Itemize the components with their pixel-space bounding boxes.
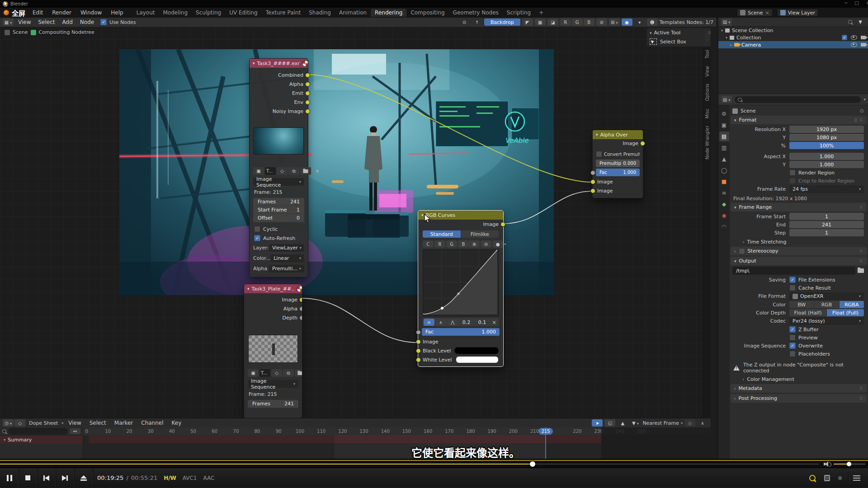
properties-options-chevron[interactable]: ▾ [863, 97, 866, 102]
tab-tool[interactable]: ⚙ [719, 109, 729, 119]
sidebar-tab[interactable]: Node Wrangler [704, 123, 710, 162]
workspace-tab[interactable]: Scripting [503, 9, 535, 17]
duplicate-icon[interactable]: ⧉ [288, 167, 299, 175]
node-image-task3-exr[interactable]: Task3_####.exr Combined Alpha Emit [249, 58, 308, 277]
resolution-x-field[interactable]: 1920 px [789, 126, 864, 133]
tab-output[interactable]: ▤ [719, 131, 729, 141]
panel-post-processing[interactable]: Post Processing⠿ [731, 394, 867, 403]
output-socket[interactable] [305, 82, 310, 87]
expand-range-icon[interactable]: ↔ [70, 428, 80, 434]
overwrite-checkbox[interactable] [789, 343, 796, 349]
point-x-field[interactable]: 0.2 [459, 319, 474, 325]
image-browse-icon[interactable]: ▣ [248, 369, 259, 377]
output-socket[interactable] [299, 315, 302, 320]
window-maximize-button[interactable]: □ [854, 0, 859, 5]
panel-color-management[interactable]: Color Management [742, 376, 867, 382]
channel-button[interactable]: B [458, 240, 469, 248]
disable-render-icon[interactable] [861, 36, 866, 39]
topbar-menu-item[interactable]: Edit [28, 9, 47, 16]
output-socket[interactable] [500, 222, 505, 227]
warning-filter-icon[interactable]: ▲ [617, 419, 628, 427]
fac-input-socket[interactable] [590, 170, 595, 175]
value-field[interactable]: Frames241 [253, 198, 304, 206]
eject-button[interactable] [74, 468, 93, 488]
previous-button[interactable] [37, 468, 56, 488]
resolution-percent-slider[interactable]: 100% [789, 142, 864, 149]
compositor-menu-item[interactable]: Select [34, 19, 58, 25]
backdrop-alpha-icon[interactable]: ◪ [547, 19, 558, 26]
stop-button[interactable] [19, 468, 38, 488]
channel-search-input[interactable] [8, 428, 68, 435]
menu-hamburger-icon[interactable] [852, 473, 862, 483]
node-image-task3-plate[interactable]: Task3_Plate_##.. Image Alpha Depth [244, 284, 302, 418]
fac-input-socket[interactable] [416, 330, 421, 335]
workspace-tab[interactable]: Rendering [371, 9, 406, 17]
node-dropdown[interactable]: Linear [270, 254, 304, 262]
handle-auto-icon[interactable]: ∩ [424, 319, 434, 326]
tab-physics[interactable]: ◉ [719, 211, 729, 221]
open-folder-icon[interactable] [295, 369, 302, 377]
tab-world[interactable]: ◯ [719, 165, 729, 175]
output-socket[interactable] [305, 91, 310, 96]
frame-rate-dropdown[interactable]: 24 fps [789, 185, 864, 193]
templates-menu[interactable]: Templates [660, 19, 685, 25]
topbar-menu-item[interactable]: Window [76, 9, 106, 16]
tool-dropdown-icon[interactable]: ▾ [634, 19, 645, 26]
panel-output[interactable]: Output⠿ [731, 257, 867, 265]
snap-mode-dropdown[interactable]: Nearest Frame [642, 420, 679, 426]
topbar-menu-item[interactable]: Render [47, 9, 76, 16]
placeholders-checkbox[interactable] [789, 351, 796, 357]
cyclic-checkbox[interactable] [254, 226, 260, 232]
compositor-menu-item[interactable]: Add [59, 19, 76, 25]
unlink-icon[interactable]: × [312, 167, 323, 175]
fake-user-shield-icon[interactable]: ◇ [277, 167, 288, 175]
volume-slider-knob[interactable] [847, 462, 851, 466]
interp-icon[interactable]: ∧ [697, 419, 708, 427]
dope-sheet-menu-item[interactable]: View [64, 420, 85, 426]
dope-sheet-mode-icon[interactable]: ◇ [14, 419, 25, 427]
zoom-in-icon[interactable]: ⊕ [469, 240, 480, 248]
sidebar-tab[interactable]: View [704, 64, 710, 79]
hide-eye-icon[interactable] [851, 42, 857, 47]
collection-checkbox[interactable] [842, 35, 847, 40]
disable-render-icon[interactable] [861, 43, 866, 47]
zoom-out-icon[interactable]: ⊖ [481, 240, 491, 248]
image-input-socket[interactable] [590, 179, 595, 184]
cache-result-checkbox[interactable] [789, 285, 796, 291]
white-level-socket[interactable] [416, 357, 421, 362]
view-layer-selector[interactable]: View Layer [777, 9, 818, 17]
workspace-tab[interactable]: + [535, 9, 547, 17]
render-region-checkbox[interactable] [789, 169, 796, 176]
resolution-y-field[interactable]: 1080 px [789, 134, 864, 141]
stereoscopy-checkbox[interactable] [739, 248, 745, 254]
channel-button[interactable]: R [560, 19, 571, 26]
outliner-row-scene-collection[interactable]: ▾ Scene Collection [718, 27, 868, 34]
codec-dropdown[interactable]: Pxr24 (lossy) [789, 317, 864, 325]
select-cursor-icon[interactable]: ➤ [592, 419, 603, 427]
aspect-y-field[interactable]: 1.000 [789, 161, 864, 168]
filter-funnel-icon[interactable]: ▼ [630, 419, 641, 427]
editor-type-icon[interactable]: ◷ [3, 419, 14, 427]
sidebar-tab[interactable]: Misc [704, 106, 710, 121]
frame-start-field[interactable]: 1 [789, 213, 864, 220]
black-level-swatch[interactable] [454, 347, 499, 354]
outliner-row-camera[interactable]: ▸ Camera [718, 41, 868, 48]
tab-render[interactable]: ▣ [719, 120, 729, 130]
window-close-button[interactable]: × [866, 0, 868, 5]
node-editor[interactable]: VeAble Scene Compositing Nodetree Task3_… [0, 27, 711, 418]
frame-step-field[interactable]: 1 [789, 229, 864, 236]
editor-user-icon[interactable]: ☻ [647, 19, 658, 26]
convert-premultiply-checkbox[interactable] [596, 151, 602, 157]
curve-options-chevron[interactable]: ▾ [504, 242, 506, 246]
image-input-socket[interactable] [590, 188, 595, 193]
panel-time-stretching[interactable]: Time Stretching [742, 239, 867, 245]
pin-icon[interactable]: ⊙ [459, 19, 470, 26]
workspace-tab[interactable]: Geometry Nodes [449, 9, 503, 17]
black-level-socket[interactable] [416, 348, 421, 353]
panel-frame-range[interactable]: Frame Range⠿ [731, 203, 867, 211]
summary-channel[interactable]: ▾ Summary [0, 436, 83, 444]
playlist-notes-icon[interactable] [822, 473, 832, 483]
pin-icon[interactable]: ⊙ [860, 108, 864, 114]
image-name-field[interactable]: T... [259, 369, 270, 377]
file-extensions-checkbox[interactable] [789, 277, 796, 283]
